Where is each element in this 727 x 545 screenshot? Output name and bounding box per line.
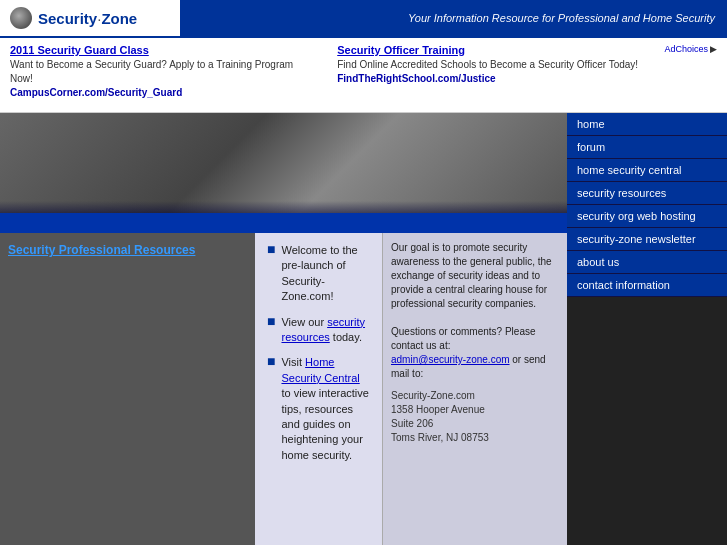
bullet2-before: View our <box>281 316 327 328</box>
bullet-item-3: ■ Visit Home Security Central to view in… <box>267 355 370 463</box>
bullet-dot-3: ■ <box>267 353 275 369</box>
address: Security-Zone.com 1358 Hooper Avenue Sui… <box>391 389 559 445</box>
bullet3-after: to view interactive tips, resources and … <box>281 387 368 461</box>
logo-area: Security·Zone <box>0 1 180 35</box>
ad-banner: 2011 Security Guard Class Want to Become… <box>0 38 727 113</box>
main-area: Security Professional Resources ■ Welcom… <box>0 113 727 545</box>
bullet-text-3: Visit Home Security Central to view inte… <box>281 355 370 463</box>
ad1-link[interactable]: CampusCorner.com/Security_Guard <box>10 87 182 98</box>
header-tagline: Your Information Resource for Profession… <box>180 0 727 36</box>
left-panel: Security Professional Resources <box>0 233 255 545</box>
nav-item-security-zone-newsletter[interactable]: security-zone newsletter <box>567 228 727 251</box>
bullet2-after: today. <box>330 331 362 343</box>
security-resources-title[interactable]: Security Professional Resources <box>8 243 195 257</box>
bullet-dot-1: ■ <box>267 241 275 257</box>
nav-item-contact-information[interactable]: contact information <box>567 274 727 297</box>
bullet-item-2: ■ View our security resources today. <box>267 315 370 346</box>
bullet-item-1: ■ Welcome to the pre-launch of Security-… <box>267 243 370 305</box>
ad-choices[interactable]: AdChoices ▶ <box>664 44 717 56</box>
ad-unit-1: 2011 Security Guard Class Want to Become… <box>10 44 317 98</box>
contact-email[interactable]: admin@security-zone.com <box>391 354 510 365</box>
middle-panel: ■ Welcome to the pre-launch of Security-… <box>255 233 382 545</box>
bullet-dot-2: ■ <box>267 313 275 329</box>
logo-word2: Zone <box>101 10 137 27</box>
nav-item-forum[interactable]: forum <box>567 136 727 159</box>
ad2-desc: Find Online Accredited Schools to Become… <box>337 58 644 72</box>
ad1-title[interactable]: 2011 Security Guard Class <box>10 44 149 56</box>
nav-item-about-us[interactable]: about us <box>567 251 727 274</box>
bullet3-before: Visit <box>281 356 305 368</box>
ad-unit-2: Security Officer Training Find Online Ac… <box>337 44 644 84</box>
ad-choices-label: AdChoices <box>664 44 708 54</box>
ad2-link[interactable]: FindTheRightSchool.com/Justice <box>337 73 495 84</box>
bullet-text-1: Welcome to the pre-launch of Security-Zo… <box>281 243 370 305</box>
right-panel: Our goal is to promote security awarenes… <box>382 233 567 545</box>
logo-icon <box>10 7 32 29</box>
nav-item-security-resources[interactable]: security resources <box>567 182 727 205</box>
logo-word1: Security <box>38 10 97 27</box>
blue-bar <box>0 213 567 233</box>
left-content: Security Professional Resources ■ Welcom… <box>0 113 567 545</box>
nav-item-security-org-web-hosting[interactable]: security org web hosting <box>567 205 727 228</box>
content-area: Security Professional Resources ■ Welcom… <box>0 233 567 545</box>
ad2-title[interactable]: Security Officer Training <box>337 44 465 56</box>
contact-prompt: Questions or comments? Please contact us… <box>391 325 559 353</box>
tagline-text: Your Information Resource for Profession… <box>408 12 715 24</box>
logo-text: Security·Zone <box>38 10 137 27</box>
image-overlay <box>0 201 567 213</box>
nav-item-home[interactable]: home <box>567 113 727 136</box>
bullet-text-2: View our security resources today. <box>281 315 370 346</box>
right-description: Our goal is to promote security awarenes… <box>391 241 559 311</box>
nav-sidebar: home forum home security central securit… <box>567 113 727 545</box>
nav-item-home-security-central[interactable]: home security central <box>567 159 727 182</box>
ad1-desc: Want to Become a Security Guard? Apply t… <box>10 58 317 86</box>
image-area <box>0 113 567 213</box>
header: Security·Zone Your Information Resource … <box>0 0 727 38</box>
